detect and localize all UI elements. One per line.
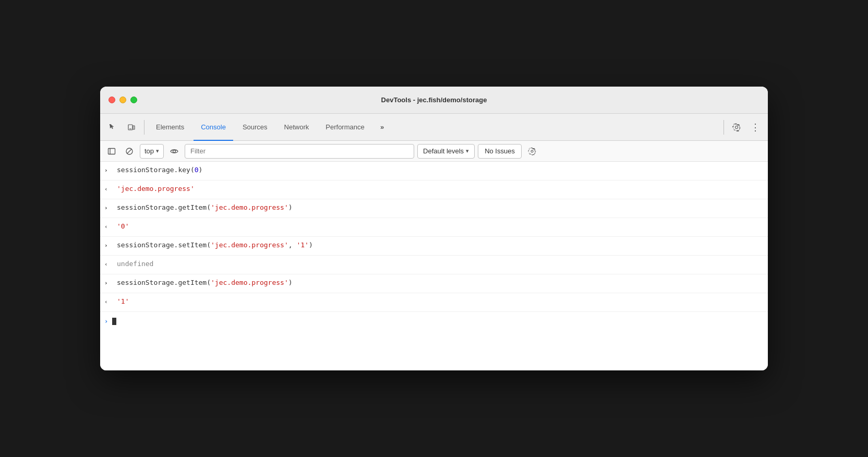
more-tabs-button[interactable]: » bbox=[374, 119, 391, 136]
tab-sources[interactable]: Sources bbox=[235, 114, 275, 141]
console-line: ‹ '0' bbox=[100, 218, 768, 237]
code-line: sessionStorage.getItem('jec.demo.progres… bbox=[117, 202, 293, 213]
no-issues-button[interactable]: No Issues bbox=[478, 144, 522, 159]
log-levels-label: Default levels bbox=[423, 147, 464, 155]
context-label: top bbox=[144, 147, 154, 155]
console-line: ‹ undefined bbox=[100, 256, 768, 274]
sidebar-icon bbox=[107, 147, 116, 155]
traffic-lights bbox=[108, 97, 137, 103]
cursor-arrow: › bbox=[104, 317, 108, 326]
eye-icon bbox=[170, 147, 178, 155]
output-arrow: ‹ bbox=[104, 260, 113, 269]
toolbar-separator bbox=[144, 120, 144, 135]
console-line: › sessionStorage.getItem('jec.demo.progr… bbox=[100, 199, 768, 218]
code-line: sessionStorage.getItem('jec.demo.progres… bbox=[117, 278, 293, 288]
no-issues-label: No Issues bbox=[485, 147, 515, 155]
devtools-toolbar: Elements Console Sources Network Perform… bbox=[100, 114, 768, 141]
sidebar-toggle-button[interactable] bbox=[104, 144, 119, 159]
maximize-button[interactable] bbox=[130, 97, 137, 103]
tab-network[interactable]: Network bbox=[277, 114, 317, 141]
ban-icon bbox=[125, 147, 134, 155]
toolbar-settings-area: ⋮ bbox=[721, 119, 764, 136]
tab-performance[interactable]: Performance bbox=[318, 114, 371, 141]
tab-console[interactable]: Console bbox=[194, 114, 233, 141]
clear-console-button[interactable] bbox=[122, 144, 137, 159]
output-arrow: ‹ bbox=[104, 298, 113, 307]
input-arrow[interactable]: › bbox=[104, 204, 113, 213]
input-arrow[interactable]: › bbox=[104, 279, 113, 288]
gear-icon bbox=[732, 123, 741, 131]
toolbar-separator-right bbox=[724, 120, 724, 135]
minimize-button[interactable] bbox=[119, 97, 126, 103]
console-output: › sessionStorage.key(0) ‹ 'jec.demo.prog… bbox=[100, 162, 768, 370]
svg-point-10 bbox=[173, 150, 176, 152]
output-value: '1' bbox=[117, 296, 129, 307]
output-value: undefined bbox=[117, 259, 153, 269]
settings-button[interactable] bbox=[728, 119, 745, 136]
log-levels-button[interactable]: Default levels ▾ bbox=[417, 144, 475, 159]
output-arrow: ‹ bbox=[104, 185, 113, 194]
device-icon bbox=[127, 123, 136, 131]
console-line: › sessionStorage.key(0) bbox=[100, 162, 768, 181]
svg-line-9 bbox=[127, 149, 132, 153]
log-levels-chevron-icon: ▾ bbox=[466, 148, 469, 154]
console-input-line[interactable]: › bbox=[100, 312, 768, 331]
console-line: ‹ 'jec.demo.progress' bbox=[100, 181, 768, 199]
console-settings-button[interactable] bbox=[525, 144, 539, 159]
console-line: › sessionStorage.setItem('jec.demo.progr… bbox=[100, 237, 768, 256]
svg-rect-6 bbox=[108, 148, 115, 154]
close-button[interactable] bbox=[108, 97, 115, 103]
console-line: › sessionStorage.getItem('jec.demo.progr… bbox=[100, 274, 768, 293]
ellipsis-icon: ⋮ bbox=[751, 123, 760, 132]
input-arrow[interactable]: › bbox=[104, 242, 113, 250]
inspect-element-button[interactable] bbox=[104, 119, 121, 136]
more-tabs-icon: » bbox=[380, 123, 384, 131]
cursor-icon bbox=[108, 123, 117, 131]
text-cursor bbox=[112, 318, 116, 325]
input-arrow[interactable]: › bbox=[104, 166, 113, 175]
output-value: '0' bbox=[117, 221, 129, 232]
svg-rect-4 bbox=[133, 126, 135, 129]
more-options-button[interactable]: ⋮ bbox=[747, 119, 764, 136]
output-arrow: ‹ bbox=[104, 223, 113, 232]
console-gear-icon bbox=[528, 147, 536, 155]
console-line: ‹ '1' bbox=[100, 293, 768, 312]
live-expressions-button[interactable] bbox=[167, 144, 182, 159]
code-line: sessionStorage.setItem('jec.demo.progres… bbox=[117, 240, 313, 250]
title-bar: DevTools - jec.fish/demo/storage bbox=[100, 87, 768, 114]
window-title: DevTools - jec.fish/demo/storage bbox=[381, 96, 487, 104]
device-toolbar-button[interactable] bbox=[123, 119, 140, 136]
output-value: 'jec.demo.progress' bbox=[117, 184, 195, 194]
devtools-window: DevTools - jec.fish/demo/storage Element… bbox=[100, 87, 768, 370]
filter-input[interactable] bbox=[185, 144, 414, 159]
chevron-down-icon: ▾ bbox=[156, 148, 159, 154]
code-line: sessionStorage.key(0) bbox=[117, 165, 202, 175]
tab-elements[interactable]: Elements bbox=[149, 114, 191, 141]
console-toolbar: top ▾ Default levels ▾ No Issues bbox=[100, 141, 768, 162]
context-selector[interactable]: top ▾ bbox=[140, 144, 164, 159]
